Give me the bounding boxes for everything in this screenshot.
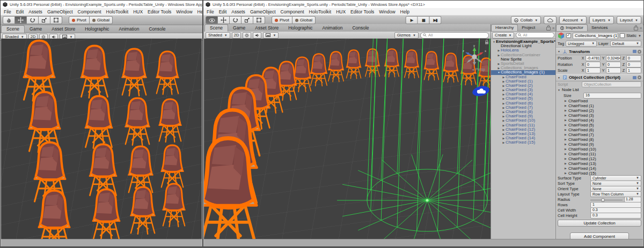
menu-editor-tools[interactable]: Editor Tools — [148, 9, 171, 14]
hierarchy-item[interactable]: ▶ChairFixed — [491, 75, 555, 79]
script-field[interactable]: ObjectCollection — [582, 81, 641, 87]
hierarchy-item[interactable]: Directional Light — [491, 44, 555, 48]
hierarchy-item[interactable]: ▶ChairFixed (15) — [491, 140, 555, 145]
node-list-item[interactable]: ▶ChairFixed — [556, 99, 643, 103]
menu-window[interactable]: Window — [176, 9, 192, 14]
transform-component-header[interactable]: ▼ Transform — [556, 48, 643, 55]
scale-y-field[interactable]: 1 — [606, 67, 621, 73]
rect-tool-button[interactable] — [50, 16, 62, 24]
scene-orientation-gizmo[interactable]: y x z — [462, 44, 487, 67]
node-list-item[interactable]: ▶ChairFixed (13) — [556, 161, 643, 166]
menu-hux[interactable]: HUX — [336, 9, 346, 14]
tab-game[interactable]: Game — [25, 26, 47, 33]
pause-button[interactable]: ▮▮ — [418, 16, 430, 24]
node-list-item[interactable]: ▶ChairFixed (1) — [556, 103, 643, 108]
menu-gameobject[interactable]: GameObject — [47, 9, 73, 14]
2d-toggle[interactable]: 2D — [232, 32, 241, 39]
tab-game[interactable]: Game — [228, 25, 250, 32]
component-gear-icon[interactable] — [638, 50, 641, 54]
menu-holotoolkit[interactable]: HoloToolkit — [106, 9, 129, 14]
tab-animation[interactable]: Animation — [318, 25, 348, 32]
scale-x-field[interactable]: 1 — [586, 67, 601, 73]
node-list-foldout[interactable]: ▼ Node List — [556, 87, 643, 93]
account-dropdown[interactable]: Account▼ — [559, 16, 587, 24]
node-list-item[interactable]: ▶ChairFixed (9) — [556, 142, 643, 147]
hierarchy-item[interactable]: ▶ChairFixed (11) — [491, 123, 555, 127]
perspective-label[interactable]: ◄Persp — [472, 67, 485, 71]
node-list-item[interactable]: ▶ChairFixed (10) — [556, 147, 643, 152]
reference-doc-icon[interactable] — [633, 76, 636, 79]
panel-menu-icon[interactable]: ≡ — [552, 26, 554, 30]
menu-assets[interactable]: Assets — [231, 9, 245, 14]
node-list-item[interactable]: ▶ChairFixed (14) — [556, 166, 643, 171]
menu-hux[interactable]: HUX — [133, 9, 143, 14]
hierarchy-item[interactable]: ▶CollectionsContainer — [491, 53, 555, 57]
scene-viewport-left[interactable] — [1, 39, 202, 239]
active-checkbox[interactable] — [566, 33, 571, 38]
hierarchy-item[interactable]: ▶ChairFixed (2) — [491, 84, 555, 88]
hierarchy-item[interactable]: ▶ChairFixed (1) — [491, 79, 555, 84]
node-list-item[interactable]: ▶ChairFixed (3) — [556, 113, 643, 118]
rotation-y-field[interactable]: 0 — [606, 62, 621, 67]
hierarchy-item[interactable]: ▶ChairFixed (8) — [491, 110, 555, 114]
layer-dropdown[interactable]: Default▼ — [610, 41, 641, 47]
play-button[interactable]: ▶ — [406, 16, 418, 24]
position-z-field[interactable]: 0 — [626, 55, 641, 61]
hierarchy-item[interactable]: ▼Collections_Images (1) — [491, 70, 555, 74]
menu-file[interactable]: File — [207, 9, 214, 14]
component-gear-icon[interactable] — [638, 76, 641, 79]
tab-holographic[interactable]: Holographic — [283, 25, 317, 32]
rotate-tool-button[interactable] — [230, 16, 241, 24]
size-field[interactable]: 16 — [583, 93, 641, 99]
node-list-item[interactable]: ▶ChairFixed (5) — [556, 123, 643, 127]
menu-file[interactable]: File — [4, 9, 11, 14]
create-button[interactable]: Create▼ — [492, 32, 514, 39]
menu-help[interactable]: Help — [400, 9, 409, 14]
menu-help[interactable]: Help — [197, 9, 203, 14]
move-tool-button[interactable] — [218, 16, 230, 24]
node-list-item[interactable]: ▶ChairFixed (6) — [556, 127, 643, 132]
tab-asset-store[interactable]: Asset Store — [250, 25, 283, 32]
global-toggle[interactable]: Global — [90, 16, 113, 24]
hierarchy-item[interactable]: ▶ChairFixed (3) — [491, 88, 555, 92]
lock-icon[interactable] — [546, 27, 551, 31]
node-list-item[interactable]: ▶ChairFixed (12) — [556, 156, 643, 161]
scale-tool-button[interactable] — [241, 16, 253, 24]
tab-services[interactable]: Services — [588, 25, 612, 31]
hierarchy-item[interactable]: ▼EnvisioningExample_Sports* — [491, 40, 555, 44]
effects-dropdown[interactable]: ▼ — [263, 32, 279, 39]
hierarchy-item[interactable]: ▶ChairFixed (4) — [491, 92, 555, 96]
lighting-toggle[interactable] — [243, 32, 251, 39]
node-list-item[interactable]: ▶ChairFixed (11) — [556, 152, 643, 156]
menu-edit[interactable]: Edit — [219, 9, 227, 14]
collab-dropdown[interactable]: Collab▼ — [511, 16, 541, 24]
tag-dropdown[interactable]: Untagged▼ — [566, 41, 597, 47]
tab-scene[interactable]: Scene — [1, 25, 25, 33]
tab-console[interactable]: Console — [144, 26, 170, 33]
tab-console[interactable]: Console — [347, 25, 374, 32]
hierarchy-item[interactable]: ▶HoloLens — [491, 48, 555, 52]
shading-mode-dropdown[interactable]: Shaded▼ — [206, 32, 230, 39]
chevron-down-icon[interactable]: ▼ — [638, 34, 641, 37]
pivot-toggle[interactable]: Pivot — [69, 16, 90, 24]
audio-toggle[interactable] — [253, 32, 261, 39]
menu-gameobject[interactable]: GameObject — [250, 9, 276, 14]
position-y-field[interactable]: 0.32464 — [606, 55, 621, 61]
tab-scene[interactable]: Scene — [204, 24, 228, 32]
update-collection-button[interactable]: Update Collection — [558, 220, 641, 227]
hierarchy-item[interactable]: ▶Collections_Images — [491, 66, 555, 70]
rotate-tool-button[interactable] — [27, 16, 39, 24]
cell-height-field[interactable]: 0.3 — [590, 213, 641, 219]
tab-project[interactable]: Project — [518, 25, 539, 31]
node-list-item[interactable]: ▶ChairFixed (8) — [556, 137, 643, 142]
scene-search-input[interactable]: All — [420, 32, 489, 39]
hierarchy-item[interactable]: ▶ChairFixed (6) — [491, 101, 555, 106]
hierarchy-item[interactable]: ▶ChairFixed (9) — [491, 114, 555, 118]
static-checkbox[interactable] — [620, 33, 625, 38]
hierarchy-item[interactable]: ▶ChairFixed (13) — [491, 132, 555, 136]
tab-inspector[interactable]: Inspector — [556, 24, 588, 31]
gameobject-name-field[interactable]: Collections_Images (1) — [573, 33, 618, 39]
menu-editor-tools[interactable]: Editor Tools — [350, 9, 374, 14]
tab-hierarchy[interactable]: Hierarchy — [491, 24, 518, 31]
move-tool-button[interactable] — [15, 16, 27, 24]
